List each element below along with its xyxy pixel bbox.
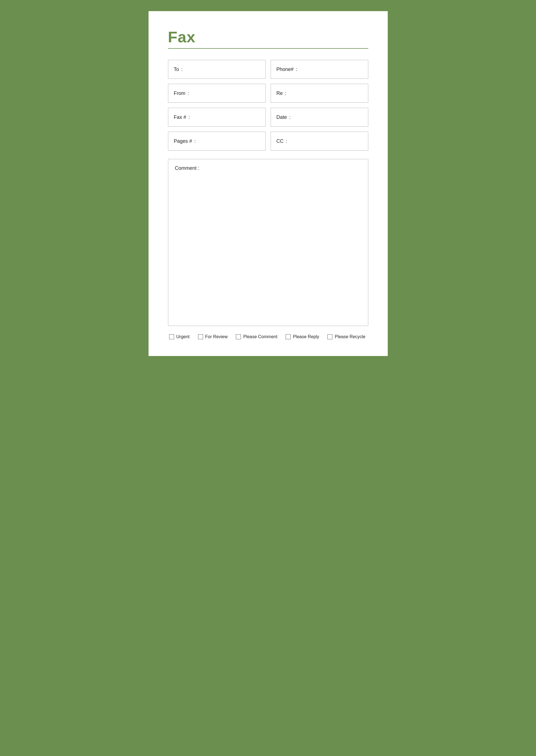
comment-label: Comment :: [175, 165, 199, 171]
checkbox-please-reply-label: Please Reply: [293, 334, 319, 339]
page-title: Fax: [168, 28, 368, 46]
field-pages: Pages # :: [168, 132, 266, 151]
title-divider: [168, 48, 368, 49]
field-pages-colon: :: [194, 138, 196, 144]
field-to-colon: :: [181, 66, 183, 72]
checkbox-for-review-label: For Review: [205, 334, 228, 339]
field-to: To :: [168, 60, 266, 79]
field-phone-label: Phone#: [277, 66, 294, 72]
checkbox-please-reply[interactable]: Please Reply: [286, 334, 319, 339]
field-to-label: To: [174, 66, 179, 72]
field-fax-colon: :: [188, 114, 190, 120]
checkbox-urgent[interactable]: Urgent: [169, 334, 190, 339]
field-re: Re :: [271, 84, 368, 103]
checkbox-for-review[interactable]: For Review: [198, 334, 228, 339]
field-date-colon: :: [289, 114, 291, 120]
checkboxes-row: Urgent For Review Please Comment Please …: [168, 334, 368, 339]
checkbox-urgent-label: Urgent: [176, 334, 190, 339]
checkbox-please-recycle-label: Please Recycle: [335, 334, 365, 339]
field-phone: Phone# :: [271, 60, 368, 79]
field-from-colon: :: [188, 90, 189, 96]
checkbox-please-recycle-box[interactable]: [327, 334, 332, 339]
fax-page: Fax To : Phone# : From : Re : Fax # : Da…: [149, 11, 388, 356]
field-fax: Fax # :: [168, 108, 266, 126]
field-date-label: Date: [277, 114, 287, 120]
fields-grid: To : Phone# : From : Re : Fax # : Date :…: [168, 60, 368, 151]
field-cc-colon: :: [286, 138, 287, 144]
checkbox-please-comment[interactable]: Please Comment: [236, 334, 277, 339]
field-from-label: From: [174, 90, 185, 96]
field-re-colon: :: [285, 90, 286, 96]
checkbox-for-review-box[interactable]: [198, 334, 203, 339]
field-cc-label: CC: [277, 138, 284, 144]
field-cc: CC :: [271, 132, 368, 151]
field-fax-label: Fax #: [174, 114, 186, 120]
field-phone-colon: :: [296, 66, 297, 72]
field-date: Date :: [271, 108, 368, 126]
checkbox-please-reply-box[interactable]: [286, 334, 291, 339]
field-pages-label: Pages #: [174, 138, 192, 144]
checkbox-urgent-box[interactable]: [169, 334, 174, 339]
comment-box: Comment :: [168, 159, 368, 326]
checkbox-please-recycle[interactable]: Please Recycle: [327, 334, 365, 339]
field-from: From :: [168, 84, 266, 103]
checkbox-please-comment-label: Please Comment: [243, 334, 277, 339]
checkbox-please-comment-box[interactable]: [236, 334, 241, 339]
field-re-label: Re: [277, 90, 283, 96]
